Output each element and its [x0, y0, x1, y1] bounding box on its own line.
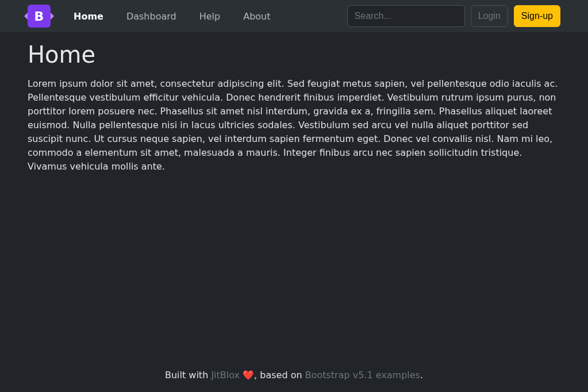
- navbar-right: Login Sign-up: [347, 5, 560, 27]
- navbar: B Home Dashboard Help About Login Sign-u…: [0, 0, 588, 32]
- page-title: Home: [28, 41, 560, 68]
- main-content: Home Lorem ipsum dolor sit amet, consect…: [0, 32, 588, 363]
- nav-link-dashboard[interactable]: Dashboard: [117, 6, 186, 26]
- footer-link-jitblox[interactable]: JitBlox: [211, 370, 240, 381]
- body-text: Lorem ipsum dolor sit amet, consectetur …: [28, 77, 560, 174]
- nav-link-help[interactable]: Help: [190, 6, 229, 26]
- nav-link-about[interactable]: About: [234, 6, 279, 26]
- brand-letter: B: [34, 9, 44, 24]
- footer: Built with JitBlox ❤️, based on Bootstra…: [0, 363, 588, 392]
- nav-link-home[interactable]: Home: [64, 6, 113, 26]
- signup-button[interactable]: Sign-up: [514, 5, 560, 27]
- footer-link-bootstrap[interactable]: Bootstrap v5.1 examples: [305, 370, 420, 381]
- footer-prefix: Built with: [165, 370, 211, 381]
- heart-icon: ❤️: [240, 370, 254, 381]
- nav-links: Home Dashboard Help About: [64, 11, 280, 22]
- footer-suffix: .: [420, 370, 423, 381]
- brand-logo[interactable]: B: [28, 5, 51, 28]
- search-input[interactable]: [347, 5, 465, 27]
- login-button[interactable]: Login: [471, 5, 508, 27]
- footer-mid: , based on: [254, 370, 305, 381]
